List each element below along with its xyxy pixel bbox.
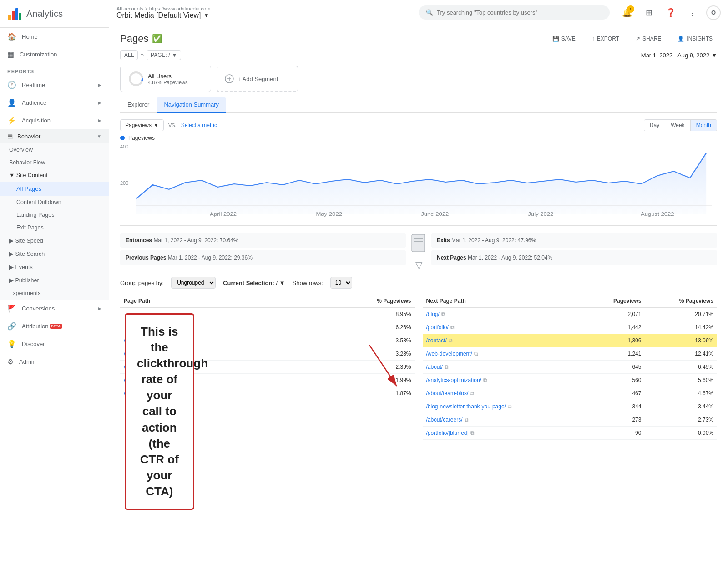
nav-mid-icon: ▽ xyxy=(410,233,428,270)
sidebar-item-all-pages[interactable]: All Pages xyxy=(0,182,109,196)
pct-pageviews-right-cell: 14.42% xyxy=(645,321,717,334)
help-button[interactable]: ❓ xyxy=(662,5,679,21)
copy-icon[interactable]: ⧉ xyxy=(470,430,475,436)
dropdown-arrow-icon[interactable]: ▼ xyxy=(204,12,209,19)
add-circle-icon xyxy=(225,74,234,83)
next-page-path-link[interactable]: /contact/ xyxy=(426,337,447,344)
sidebar-item-experiments[interactable]: Experiments xyxy=(0,287,109,300)
sidebar-item-behavior-flow[interactable]: Behavior Flow xyxy=(0,156,109,169)
show-rows-select[interactable]: 10 25 50 xyxy=(330,277,352,289)
week-button[interactable]: Week xyxy=(665,120,690,131)
metric-dropdown[interactable]: Pageviews ▼ xyxy=(120,119,164,131)
sidebar-item-audience[interactable]: 👤 Audience ▶ xyxy=(0,94,109,112)
tab-explorer[interactable]: Explorer xyxy=(120,97,157,113)
sidebar-item-acquisition[interactable]: ⚡ Acquisition ▶ xyxy=(0,112,109,129)
tabs: Explorer Navigation Summary xyxy=(120,97,717,113)
attribution-icon: 🔗 xyxy=(7,322,16,331)
pageviews-cell: 90 xyxy=(584,427,645,440)
sidebar-item-site-search[interactable]: ▶ Site Search xyxy=(0,247,109,260)
copy-icon[interactable]: ⧉ xyxy=(445,364,449,370)
next-page-path-link[interactable]: /about/team-bios/ xyxy=(426,390,469,397)
sidebar-item-overview[interactable]: Overview xyxy=(0,143,109,156)
experiments-label: Experiments xyxy=(9,290,40,296)
topbar-icons: 🔔 1 ⊞ ❓ ⋮ O xyxy=(619,5,721,21)
copy-icon[interactable]: ⧉ xyxy=(465,417,469,423)
sidebar-item-attribution[interactable]: 🔗 Attribution BETA xyxy=(0,317,109,335)
copy-icon[interactable]: ⧉ xyxy=(483,377,487,383)
search-box[interactable]: 🔍 xyxy=(419,5,610,20)
copy-icon[interactable]: ⧉ xyxy=(474,351,478,357)
group-pages-select[interactable]: Ungrouped xyxy=(171,277,216,289)
notification-button[interactable]: 🔔 1 xyxy=(619,5,635,21)
behavior-section: ▤ Behavior ▼ Overview Behavior Flow ▼ Si… xyxy=(0,129,109,300)
pct-pageviews-cell: 1.99% xyxy=(306,374,415,387)
pageviews-cell: 1,241 xyxy=(584,347,645,361)
table-row: /blog/⧉2,07120.71% xyxy=(423,307,718,321)
select-metric-link[interactable]: Select a metric xyxy=(181,122,217,128)
next-page-path-link[interactable]: /analytics-optimization/ xyxy=(426,377,481,383)
day-button[interactable]: Day xyxy=(644,120,665,131)
all-pages-label: All Pages xyxy=(16,185,41,192)
sidebar-item-realtime[interactable]: 🕐 Realtime ▶ xyxy=(0,76,109,94)
sidebar-item-home[interactable]: 🏠 Home xyxy=(0,28,109,46)
next-page-path-link[interactable]: /blog/ xyxy=(426,311,440,317)
sidebar-item-landing-pages[interactable]: Landing Pages xyxy=(0,209,109,221)
pct-pageviews-right-cell: 13.06% xyxy=(645,334,717,347)
breadcrumb-top: All accounts > https://www.orbitmedia.co… xyxy=(116,6,210,11)
share-button[interactable]: ↗ SHARE xyxy=(631,33,666,45)
sidebar-item-events[interactable]: ▶ Events xyxy=(0,260,109,274)
sidebar-item-site-speed[interactable]: ▶ Site Speed xyxy=(0,234,109,247)
next-page-path-link[interactable]: /web-development/ xyxy=(426,351,472,357)
pct-pageviews-right-cell: 2.73% xyxy=(645,413,717,427)
pct-pageviews-cell: 1.87% xyxy=(306,387,415,400)
add-segment-button[interactable]: + Add Segment xyxy=(217,66,298,92)
sidebar-item-conversions[interactable]: 🚩 Conversions ▶ xyxy=(0,300,109,317)
realtime-chevron-icon: ▶ xyxy=(98,82,101,87)
all-users-segment[interactable]: All Users 4.87% Pageviews xyxy=(120,66,211,92)
pct-pageviews-right-cell: 4.67% xyxy=(645,387,717,400)
export-icon: ↑ xyxy=(592,36,595,42)
group-pages-row: Group pages by: Ungrouped Current Select… xyxy=(120,277,717,289)
discover-label: Discover xyxy=(22,341,45,347)
next-page-path-link[interactable]: /blog-newsletter-thank-you-page/ xyxy=(426,403,506,410)
copy-icon[interactable]: ⧉ xyxy=(470,390,474,397)
sidebar-item-publisher[interactable]: ▶ Publisher xyxy=(0,274,109,287)
sidebar-item-site-content[interactable]: ▼ Site Content xyxy=(0,169,109,182)
expand-right-icon: ▶ xyxy=(9,238,15,244)
filter-page-chip[interactable]: PAGE: / ▼ xyxy=(147,50,181,60)
date-range[interactable]: Mar 1, 2022 - Aug 9, 2022 ▼ xyxy=(641,52,717,59)
month-button[interactable]: Month xyxy=(691,120,717,131)
next-page-path-link[interactable]: /portfolio/[blurred] xyxy=(426,430,469,436)
next-page-path-link[interactable]: /portfolio/ xyxy=(426,324,449,331)
filter-all-chip[interactable]: ALL xyxy=(120,50,138,60)
copy-icon[interactable]: ⧉ xyxy=(441,311,445,317)
save-button[interactable]: 💾 SAVE xyxy=(548,33,580,45)
copy-icon[interactable]: ⧉ xyxy=(508,403,512,410)
apps-button[interactable]: ⊞ xyxy=(641,5,657,21)
search-icon: 🔍 xyxy=(426,9,433,16)
next-page-path-link[interactable]: /about/careers/ xyxy=(426,417,463,423)
sidebar-item-behavior[interactable]: ▤ Behavior ▼ xyxy=(0,129,109,143)
copy-icon[interactable]: ⧉ xyxy=(450,324,455,331)
y-label-400: 400 xyxy=(120,144,128,149)
reports-section-label: REPORTS xyxy=(0,63,109,76)
next-page-path-link[interactable]: /about/ xyxy=(426,364,443,370)
user-avatar[interactable]: O xyxy=(706,5,721,20)
sidebar-item-customization[interactable]: ▦ Customization xyxy=(0,46,109,63)
sidebar-item-discover[interactable]: 💡 Discover xyxy=(0,335,109,353)
sidebar-item-content-drilldown[interactable]: Content Drilldown xyxy=(0,196,109,209)
pages-header: Pages ✅ 💾 SAVE ↑ EXPORT ↗ SHARE 👤 xyxy=(120,33,717,45)
pct-pageviews-right-cell: 12.41% xyxy=(645,347,717,361)
sidebar-item-exit-pages[interactable]: Exit Pages xyxy=(0,221,109,234)
sidebar-item-admin[interactable]: ⚙ Admin xyxy=(0,353,109,371)
tables-row: This is the clickthrough rate of your ca… xyxy=(120,295,717,440)
more-button[interactable]: ⋮ xyxy=(684,5,701,21)
pageviews-cell: 645 xyxy=(584,361,645,374)
landing-pages-label: Landing Pages xyxy=(16,212,54,218)
export-button[interactable]: ↑ EXPORT xyxy=(587,33,624,45)
tab-navigation-summary[interactable]: Navigation Summary xyxy=(157,97,226,113)
copy-icon[interactable]: ⧉ xyxy=(449,337,453,344)
search-input[interactable] xyxy=(437,9,602,16)
metric-dropdown-icon: ▼ xyxy=(153,122,159,128)
insights-button[interactable]: 👤 INSIGHTS xyxy=(673,33,717,45)
